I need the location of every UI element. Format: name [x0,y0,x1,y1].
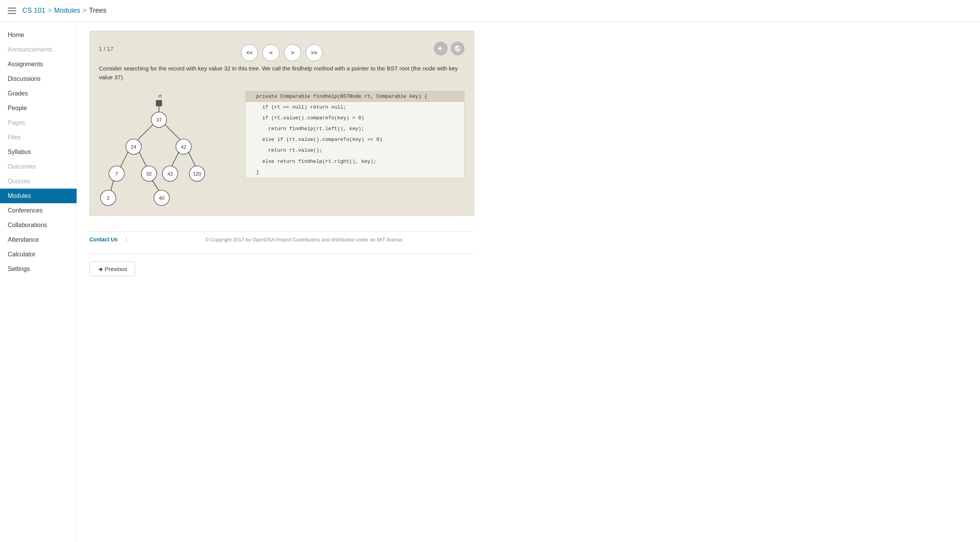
sidebar-item-quizzes: Quizzes [0,174,77,189]
main-layout: Home Announcements Assignments Discussio… [0,22,980,542]
svg-line-6 [165,125,181,140]
sidebar-item-people[interactable]: People [0,101,77,115]
svg-line-14 [188,152,196,167]
sidebar-item-grades[interactable]: Grades [0,86,77,101]
breadcrumb-sep1: > [48,7,52,15]
code-line-6: return rt.value(); [246,145,464,156]
svg-line-12 [139,152,147,167]
code-line-4: return findhelp(rt.left(), key); [246,124,464,134]
svg-text:40: 40 [159,195,164,201]
svg-text:2: 2 [107,195,109,201]
slide-counter: 1 / 17 [99,45,114,52]
sidebar-item-home[interactable]: Home [0,28,77,42]
audio-icon[interactable] [434,42,448,55]
header: CS 101 > Modules > Trees [0,0,980,22]
svg-text:24: 24 [131,144,136,150]
tree-svg: rt 37 24 42 [99,91,222,206]
svg-text:42: 42 [181,144,186,150]
sidebar-item-attendance[interactable]: Attendance [0,233,77,247]
nav-last-button[interactable]: >> [306,44,323,61]
nav-first-button[interactable]: << [241,44,258,61]
breadcrumb-course[interactable]: CS 101 [22,7,45,15]
sidebar-item-settings[interactable]: Settings [0,262,77,276]
slide-content: rt 37 24 42 [99,91,465,208]
svg-text:120: 120 [193,171,201,177]
code-line-2: if (rt == null) return null; [246,102,464,113]
code-line-8: } [246,167,464,178]
svg-text:42: 42 [167,171,173,177]
svg-line-24 [152,180,160,192]
breadcrumb-modules[interactable]: Modules [54,7,80,15]
code-line-7: else return findhelp(rt.right(), key); [246,156,464,167]
sidebar-item-syllabus[interactable]: Syllabus [0,145,77,159]
main-content: 1 / 17 << < > >> [77,22,980,542]
sidebar-item-conferences[interactable]: Conferences [0,203,77,218]
svg-text:rt: rt [159,93,162,99]
code-line-3: if (rt.value().compareTo(key) > 0) [246,113,464,124]
sidebar-item-calculator[interactable]: Calculator [0,247,77,262]
contact-us-link[interactable]: Contact Us [89,236,118,243]
tree-diagram: rt 37 24 42 [99,91,230,208]
footer-bar: Contact Us | © Copyright 2017 by OpenDSA… [89,231,474,247]
sidebar-item-modules[interactable]: Modules [0,189,77,203]
sidebar-item-assignments[interactable]: Assignments [0,57,77,72]
breadcrumb-sep2: > [83,7,87,15]
sidebar-item-collaborations[interactable]: Collaborations [0,218,77,233]
pagination: ◄ Previous [89,253,474,284]
svg-text:32: 32 [146,171,152,177]
sidebar-item-discussions[interactable]: Discussions [0,72,77,86]
sidebar: Home Announcements Assignments Discussio… [0,22,77,542]
hamburger-menu[interactable] [8,8,16,14]
footer-pipe: | [125,236,127,243]
breadcrumb: CS 101 > Modules > Trees [22,7,106,15]
svg-rect-1 [156,100,162,106]
sidebar-item-pages: Pages [0,115,77,130]
copyright-text: © Copyright 2017 by OpenDSA Project Cont… [135,237,474,243]
settings-icon[interactable] [451,42,465,55]
svg-line-5 [137,125,153,140]
sidebar-item-outcomes: Outcomes [0,159,77,174]
svg-text:7: 7 [115,171,118,177]
code-line-1: private Comparable findhelp(BSTNode rt, … [246,91,464,102]
nav-next-button[interactable]: > [284,44,301,61]
previous-button[interactable]: ◄ Previous [89,261,135,276]
svg-line-13 [171,152,179,167]
svg-line-23 [110,180,114,192]
slide-container: 1 / 17 << < > >> [89,31,474,216]
code-panel: private Comparable findhelp(BSTNode rt, … [245,91,465,178]
nav-prev-button[interactable]: < [263,44,279,61]
svg-line-11 [120,152,128,167]
slide-description: Consider searching for the record with k… [99,64,465,82]
slide-navigation: << < > >> [241,44,323,61]
sidebar-item-files: Files [0,130,77,145]
breadcrumb-current: Trees [89,7,106,15]
sidebar-item-announcements: Announcements [0,42,77,57]
svg-text:37: 37 [156,117,162,123]
code-line-5: else if (rt.value().compareTo(key) == 0) [246,134,464,145]
